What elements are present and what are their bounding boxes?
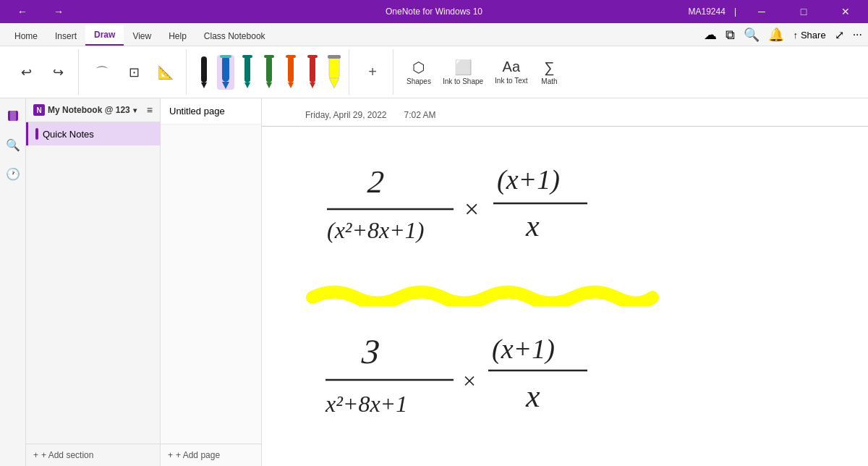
time-text: 7:02 AM: [404, 110, 436, 120]
highlight-svg: [305, 283, 660, 306]
sidebar-item-quick-notes[interactable]: Quick Notes: [26, 122, 160, 145]
titlebar-right: MA19244 | ─ □ ✕: [689, 0, 863, 23]
eraser-btn[interactable]: ⊡: [119, 52, 148, 93]
pen-blue[interactable]: [217, 55, 234, 90]
add-section-btn[interactable]: + + Add section: [26, 444, 160, 466]
math-btn[interactable]: ∑ Math: [535, 52, 563, 93]
add-pen-icon: +: [368, 64, 377, 80]
pen-red[interactable]: [304, 55, 321, 90]
add-page-btn[interactable]: + + Add page: [161, 444, 261, 466]
tab-draw[interactable]: Draw: [85, 25, 124, 46]
close-btn[interactable]: ✕: [829, 0, 862, 23]
notebook-nav-btn[interactable]: [1, 104, 25, 127]
ruler-icon: 📐: [158, 64, 174, 80]
add-pen-btn[interactable]: +: [358, 52, 387, 93]
sidebar: N My Notebook @ 123 ▾ ≡ Quick Notes + + …: [26, 98, 161, 466]
svg-text:×: ×: [463, 368, 476, 394]
ruler-btn[interactable]: 📐: [151, 52, 180, 93]
svg-rect-19: [328, 55, 341, 59]
top-icon-cloud[interactable]: ☁: [704, 27, 717, 43]
app-title: OneNote for Windows 10: [386, 7, 482, 17]
notebook-icon: N: [33, 104, 45, 116]
expand-icon[interactable]: ⤢: [835, 28, 844, 42]
tab-class-notebook[interactable]: Class Notebook: [195, 27, 274, 46]
page-item-untitled[interactable]: Untitled page: [161, 98, 261, 124]
tab-view[interactable]: View: [124, 27, 160, 46]
tab-insert[interactable]: Insert: [46, 27, 85, 46]
sidebar-header: N My Notebook @ 123 ▾ ≡: [26, 98, 160, 122]
nav-back-btn[interactable]: ←: [6, 0, 39, 23]
highlighter-yellow[interactable]: [326, 55, 343, 90]
maximize-btn[interactable]: □: [787, 0, 820, 23]
undo-icon: ↩: [21, 64, 32, 80]
notebook-name[interactable]: N My Notebook @ 123 ▾: [33, 104, 137, 116]
share-button[interactable]: ↑ Share: [793, 30, 825, 41]
ink-to-text-icon: Aa: [503, 59, 520, 75]
pen-orange[interactable]: [282, 55, 299, 90]
svg-rect-8: [266, 56, 272, 82]
svg-marker-15: [310, 82, 315, 88]
ink-to-text-btn[interactable]: Aa Ink to Text: [490, 52, 532, 93]
user-id: MA19244: [689, 7, 726, 17]
pen-green[interactable]: [260, 55, 278, 90]
minimize-btn[interactable]: ─: [745, 0, 778, 23]
svg-rect-7: [242, 55, 252, 58]
svg-rect-4: [220, 55, 231, 58]
formula-1-svg: 2 (x²+8x+1) × (x+1) x: [305, 153, 667, 276]
svg-rect-10: [264, 55, 274, 58]
nav-forward-btn[interactable]: →: [42, 0, 75, 23]
tab-home[interactable]: Home: [6, 27, 46, 46]
ribbon-tabs: Home Insert Draw View Help Class Noteboo…: [0, 23, 868, 46]
svg-marker-9: [266, 82, 272, 88]
add-page-label: + Add page: [176, 450, 220, 460]
undo-btn[interactable]: ↩: [12, 52, 41, 93]
svg-rect-17: [329, 56, 339, 78]
more-icon[interactable]: ···: [853, 28, 862, 41]
redo-btn[interactable]: ↪: [43, 52, 72, 93]
add-page-icon: +: [168, 450, 173, 460]
pen-teal[interactable]: [239, 55, 256, 90]
ink-to-shape-icon: ⬜: [454, 59, 472, 76]
svg-rect-21: [10, 111, 16, 121]
history-btn[interactable]: 🕐: [1, 162, 25, 185]
lasso-select-btn[interactable]: ⌒: [88, 52, 116, 93]
icon-bar: 🔍 🕐: [0, 98, 26, 466]
top-icon-search[interactable]: 🔍: [744, 27, 760, 43]
ribbon-toolbar: ↩ ↪ ⌒ ⊡ 📐: [0, 46, 868, 98]
shapes-btn[interactable]: ⬡ Shapes: [402, 52, 435, 93]
svg-text:2: 2: [366, 164, 385, 200]
shapes-icon: ⬡: [412, 59, 425, 76]
svg-rect-14: [310, 56, 315, 82]
content-area[interactable]: Friday, April 29, 2022 7:02 AM 2 (x²+8x+…: [262, 98, 868, 466]
titlebar-separator: |: [734, 7, 736, 17]
search-btn[interactable]: 🔍: [1, 133, 25, 156]
top-icon-bell[interactable]: 🔔: [768, 27, 784, 43]
share-icon: ↑: [793, 30, 798, 41]
svg-text:(x+1): (x+1): [492, 334, 555, 365]
section-bar-indicator: [35, 128, 38, 140]
svg-text:×: ×: [464, 195, 479, 224]
titlebar: ← → OneNote for Windows 10 MA19244 | ─ □…: [0, 0, 868, 23]
svg-marker-1: [201, 82, 207, 88]
svg-text:x: x: [525, 209, 540, 242]
sort-icon[interactable]: ≡: [147, 104, 153, 116]
svg-rect-0: [201, 56, 207, 82]
pen-black[interactable]: [195, 55, 213, 90]
math-icon: ∑: [544, 59, 554, 76]
svg-marker-12: [288, 82, 294, 88]
pen-tools-group: [190, 49, 349, 95]
top-icon-window[interactable]: ⧉: [726, 27, 735, 43]
page-date: Friday, April 29, 2022 7:02 AM: [262, 98, 868, 127]
undo-redo-group: ↩ ↪: [6, 49, 79, 95]
selection-group: ⌒ ⊡ 📐: [82, 49, 187, 95]
lasso-icon: ⌒: [95, 64, 109, 81]
svg-rect-2: [222, 56, 229, 82]
ink-to-shape-btn[interactable]: ⬜ Ink to Shape: [438, 52, 488, 93]
tab-help[interactable]: Help: [160, 27, 195, 46]
svg-text:(x²+8x+1): (x²+8x+1): [327, 217, 425, 243]
svg-text:x: x: [525, 378, 540, 414]
svg-marker-3: [222, 82, 229, 89]
ink-tools-group: ⬡ Shapes ⬜ Ink to Shape Aa Ink to Text ∑…: [396, 49, 569, 95]
page-list: Untitled page + + Add page: [161, 98, 262, 466]
chevron-down-icon: ▾: [133, 106, 137, 114]
